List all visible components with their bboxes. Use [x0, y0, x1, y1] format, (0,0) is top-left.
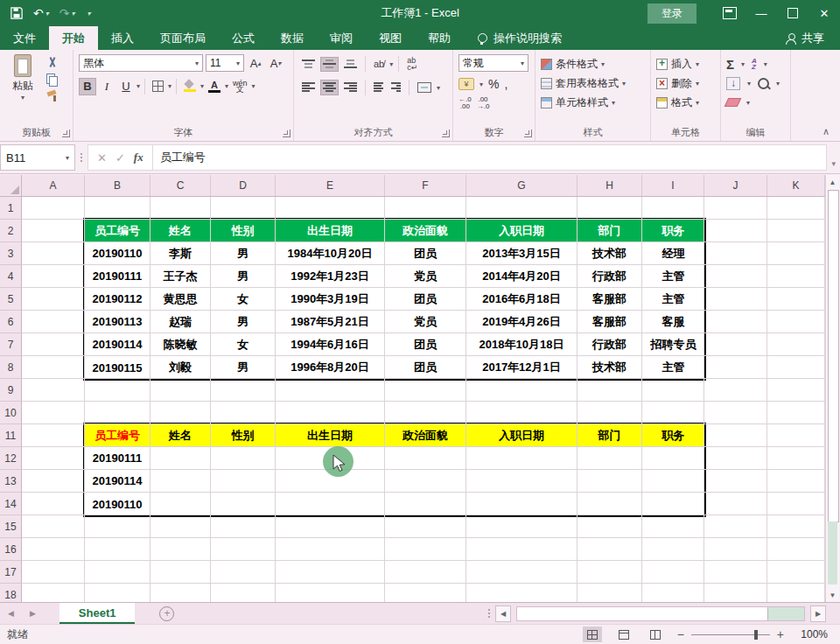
align-top-icon[interactable]: [299, 57, 318, 72]
data-cell[interactable]: [211, 470, 276, 492]
name-box[interactable]: B11 ▾: [0, 144, 75, 171]
data-cell[interactable]: 男: [211, 265, 276, 287]
column-header-H[interactable]: H: [578, 175, 642, 196]
data-cell[interactable]: 20190112: [85, 288, 150, 310]
align-left-icon[interactable]: [299, 80, 318, 95]
formula-input[interactable]: 员工编号: [153, 144, 828, 171]
redo-icon[interactable]: ↷▾: [60, 6, 75, 20]
data-cell[interactable]: [211, 493, 276, 515]
column-header-C[interactable]: C: [150, 175, 211, 196]
chevron-down-icon[interactable]: ▾: [764, 60, 767, 68]
data-cell[interactable]: 20190111: [85, 447, 150, 469]
data-cell[interactable]: 20190114: [85, 470, 150, 492]
data-cell[interactable]: 主管: [642, 265, 704, 287]
merge-center-icon[interactable]: [415, 80, 434, 95]
column-header-G[interactable]: G: [466, 175, 578, 196]
data-cell[interactable]: 1992年1月23日: [276, 265, 385, 287]
sheet-next-icon[interactable]: ▶: [22, 603, 44, 624]
sheet-prev-icon[interactable]: ◀: [0, 603, 22, 624]
column-header-D[interactable]: D: [211, 175, 276, 196]
tab-insert[interactable]: 插入: [98, 26, 147, 50]
column-header-J[interactable]: J: [704, 175, 767, 196]
tab-help[interactable]: 帮助: [415, 26, 464, 50]
autosum-icon[interactable]: Σ: [726, 57, 734, 72]
horizontal-scroll-track[interactable]: [516, 606, 805, 621]
format-cells-button[interactable]: 格式 ▾: [656, 93, 717, 112]
scroll-up-icon[interactable]: ▲: [826, 175, 839, 189]
enter-icon[interactable]: ✓: [116, 151, 125, 164]
row-header-11[interactable]: 11: [0, 424, 22, 447]
header-cell[interactable]: 职务: [642, 424, 704, 446]
header-cell[interactable]: 职务: [642, 220, 704, 242]
header-cell[interactable]: 入职日期: [466, 220, 578, 242]
row-header-10[interactable]: 10: [0, 402, 22, 424]
column-header-A[interactable]: A: [22, 175, 85, 196]
paste-button[interactable]: 粘贴 ▾: [5, 54, 40, 127]
horizontal-scroll-thumb[interactable]: [517, 607, 768, 620]
fill-color-icon[interactable]: [181, 78, 199, 94]
row-header-2[interactable]: 2: [0, 220, 22, 242]
cell-styles-button[interactable]: 单元格样式 ▾: [541, 93, 647, 112]
data-cell[interactable]: 2017年12月1日: [466, 356, 578, 379]
tab-review[interactable]: 审阅: [317, 26, 366, 50]
find-select-icon[interactable]: [758, 78, 769, 89]
scroll-right-icon[interactable]: ▶: [810, 606, 826, 622]
data-cell[interactable]: [150, 447, 211, 469]
font-dialog-launcher-icon[interactable]: [283, 130, 290, 137]
increase-indent-icon[interactable]: [388, 80, 403, 95]
header-cell[interactable]: 政治面貌: [385, 220, 466, 242]
conditional-formatting-button[interactable]: 条件格式 ▾: [541, 54, 647, 74]
data-cell[interactable]: [385, 493, 466, 515]
chevron-down-icon[interactable]: ▾: [747, 80, 751, 88]
data-cell[interactable]: 2016年6月18日: [466, 288, 578, 310]
data-cell[interactable]: 主管: [642, 288, 704, 310]
sign-in-button[interactable]: 登录: [648, 4, 696, 24]
share-button[interactable]: 共享: [786, 26, 840, 50]
column-header-F[interactable]: F: [385, 175, 466, 196]
percent-style-icon[interactable]: %: [488, 77, 499, 91]
vertical-scrollbar[interactable]: ▲ ▼: [825, 175, 839, 602]
data-cell[interactable]: [466, 447, 578, 469]
row-header-17[interactable]: 17: [0, 561, 22, 584]
header-cell[interactable]: 出生日期: [276, 220, 385, 242]
data-cell[interactable]: 1990年3月19日: [276, 288, 385, 310]
header-cell[interactable]: 政治面貌: [385, 424, 466, 446]
row-header-13[interactable]: 13: [0, 470, 22, 493]
data-cell[interactable]: 陈晓敏: [150, 333, 211, 355]
accounting-format-icon[interactable]: ¥: [458, 78, 474, 90]
chevron-down-icon[interactable]: ▾: [389, 60, 393, 68]
sheet-grid[interactable]: 员工编号姓名性别出生日期政治面貌入职日期部门职务20190110李斯男1984年…: [0, 197, 825, 602]
header-cell[interactable]: 入职日期: [466, 424, 578, 446]
bold-button[interactable]: B: [79, 78, 96, 95]
data-cell[interactable]: 男: [211, 311, 276, 332]
data-cell[interactable]: 男: [211, 242, 276, 264]
chevron-down-icon[interactable]: ▾: [741, 60, 745, 68]
header-cell[interactable]: 性别: [211, 220, 276, 242]
tab-page-layout[interactable]: 页面布局: [147, 26, 219, 50]
decrease-indent-icon[interactable]: [371, 80, 386, 95]
font-color-icon[interactable]: A: [206, 77, 223, 95]
tab-home[interactable]: 开始: [49, 26, 98, 50]
data-cell[interactable]: 1987年5月21日: [276, 311, 385, 332]
data-cell[interactable]: 2018年10月18日: [466, 333, 578, 355]
row-header-8[interactable]: 8: [0, 356, 22, 379]
data-cell[interactable]: [385, 447, 466, 469]
chevron-down-icon[interactable]: ▾: [437, 84, 440, 92]
align-center-icon[interactable]: [320, 80, 339, 95]
row-header-14[interactable]: 14: [0, 493, 22, 515]
clipboard-dialog-launcher-icon[interactable]: [62, 130, 70, 137]
data-cell[interactable]: 2013年3月15日: [466, 242, 578, 264]
collapse-ribbon-icon[interactable]: ∧: [822, 126, 830, 137]
tell-me-search[interactable]: 操作说明搜索: [478, 26, 562, 50]
chevron-down-icon[interactable]: ▾: [252, 82, 256, 90]
chevron-down-icon[interactable]: ▾: [746, 99, 750, 107]
undo-icon[interactable]: ↶▾: [33, 6, 49, 20]
data-cell[interactable]: [466, 493, 578, 515]
data-cell[interactable]: 黄思思: [150, 288, 211, 310]
format-as-table-button[interactable]: 套用表格格式 ▾: [541, 74, 647, 93]
new-sheet-icon[interactable]: +: [159, 606, 174, 621]
align-bottom-icon[interactable]: [341, 57, 360, 72]
data-cell[interactable]: [642, 470, 704, 492]
data-cell[interactable]: [578, 493, 642, 515]
italic-button[interactable]: I: [98, 78, 116, 95]
